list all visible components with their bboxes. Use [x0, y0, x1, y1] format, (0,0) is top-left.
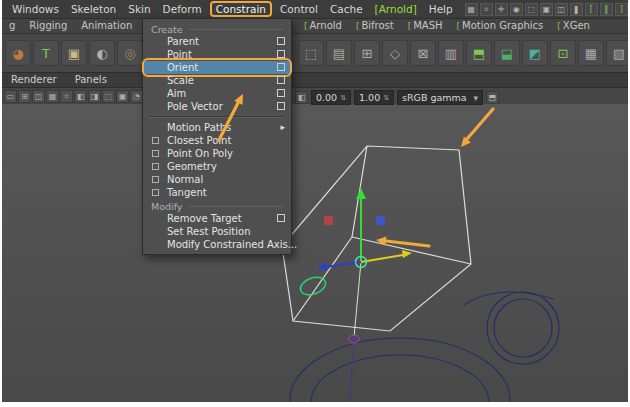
menu-control[interactable]: Control: [274, 2, 324, 16]
shelf-tab-arnold[interactable]: [Arnold: [297, 19, 349, 32]
statusline-icon[interactable]: ✛: [495, 3, 508, 16]
menu-item-scale[interactable]: Scale: [143, 74, 291, 87]
menu-item-geometry[interactable]: Geometry: [143, 160, 291, 173]
shelf-tool-icon[interactable]: ▦: [578, 40, 604, 66]
viewport-tool-icon[interactable]: ⌗: [60, 90, 73, 103]
statusline-icon[interactable]: ❚: [570, 3, 583, 16]
statusline-icon[interactable]: ]: [615, 3, 628, 16]
shelf-tool-icon[interactable]: ◐: [89, 40, 115, 66]
viewport-tool-icon[interactable]: ◨: [88, 90, 101, 103]
viewport-tool-icon[interactable]: ⬚: [102, 90, 115, 103]
tab-bracket-icon: [: [557, 21, 561, 31]
viewport-tool-icon[interactable]: ▭: [4, 90, 17, 103]
menu-deform[interactable]: Deform: [157, 2, 208, 16]
shelf-tool-icon[interactable]: ⊡: [550, 40, 576, 66]
shelf-tool-icon[interactable]: ⬒: [466, 40, 492, 66]
stepper-icon[interactable]: ⇅: [383, 94, 389, 102]
shelf-tool-icon[interactable]: ▤: [326, 40, 352, 66]
menu-item-motion-paths[interactable]: Motion Paths▸: [143, 121, 291, 134]
menu-skeleton[interactable]: Skeleton: [65, 2, 122, 16]
constraint-type-icon: [152, 189, 159, 196]
viewport-toolbar-icons: ▭⊞◫▦⌗◧◨⬚▣◔: [4, 90, 143, 103]
menu-item-tangent[interactable]: Tangent: [143, 186, 291, 199]
menu-help[interactable]: Help: [423, 2, 459, 16]
panel-menu-panels[interactable]: Panels: [66, 73, 116, 87]
caret-down-icon: ▾: [474, 93, 479, 103]
shelf-tool-icon[interactable]: ⬚: [298, 40, 324, 66]
view-transform-dropdown[interactable]: sRGB gamma ▾: [397, 90, 483, 105]
option-box[interactable]: [277, 102, 285, 110]
viewport[interactable]: [2, 104, 628, 402]
statusline-icon[interactable]: ‖: [600, 3, 613, 16]
option-box[interactable]: [277, 63, 285, 71]
statusline-icon[interactable]: ▦: [465, 3, 478, 16]
shelf-icons-right: ⬚▤⊞◇⊠▥⬒⬓◩⊡▦▧: [297, 34, 630, 66]
menu-item-modify-constrained-axis[interactable]: Modify Constrained Axis...: [143, 238, 291, 251]
shelf-tool-icon[interactable]: ⬓: [494, 40, 520, 66]
shelf-tool-icon[interactable]: ◇: [382, 40, 408, 66]
viewport-tool-icon[interactable]: ◧: [74, 90, 87, 103]
menu-item-point-on-poly[interactable]: Point On Poly: [143, 147, 291, 160]
menu-skin[interactable]: Skin: [122, 2, 156, 16]
exposure-icon[interactable]: ◧: [295, 91, 308, 104]
viewport-tool-icon[interactable]: ▣: [116, 90, 129, 103]
shelf-tab-mash[interactable]: [MASH: [401, 19, 450, 32]
option-box[interactable]: [277, 89, 285, 97]
constrain-menu-dropdown: CreateParentPointOrientScaleAimPole Vect…: [142, 18, 292, 255]
shelf-tabs-right: [Arnold[Bifrost[MASH[Motion Graphics[XGe…: [297, 19, 597, 32]
gamma-field[interactable]: 1.00 ⇅: [354, 90, 394, 105]
viewport-tool-icon[interactable]: ◫: [32, 90, 45, 103]
menubar-items: WindowsSkeletonSkinDeformConstrainContro…: [6, 1, 459, 17]
stepper-icon[interactable]: ⇅: [340, 94, 346, 102]
exposure-field[interactable]: 0.00 ⇅: [311, 90, 351, 105]
shelf-tool-icon[interactable]: ◩: [522, 40, 548, 66]
shelf-tool-icon[interactable]: ◕: [5, 40, 31, 66]
shelf-tab-label: Bifrost: [361, 20, 393, 31]
statusline-icon[interactable]: ⬚: [525, 3, 538, 16]
option-box[interactable]: [277, 50, 285, 58]
shelf-tool-icon[interactable]: ▧: [606, 40, 630, 66]
shelf-tool-icon[interactable]: T: [33, 40, 59, 66]
menu-item-pole-vector[interactable]: Pole Vector: [143, 100, 291, 113]
menu-constrain[interactable]: Constrain: [210, 1, 272, 17]
shelf-tab-g[interactable]: g: [2, 19, 22, 32]
option-box[interactable]: [277, 76, 285, 84]
shelf-tab-animation[interactable]: Animation: [74, 19, 139, 32]
menu-windows[interactable]: Windows: [6, 2, 65, 16]
menu-item-point[interactable]: Point: [143, 48, 291, 61]
menu-item-set-rest-position[interactable]: Set Rest Position: [143, 225, 291, 238]
shelf-tool-icon[interactable]: ⊞: [354, 40, 380, 66]
menu-item-closest-point[interactable]: Closest Point: [143, 134, 291, 147]
shelf: ◕T▣◐◎ ⬚▤⊞◇⊠▥⬒⬓◩⊡▦▧: [2, 33, 628, 72]
shelf-tab-motion-graphics[interactable]: [Motion Graphics: [450, 19, 551, 32]
statusline-icon[interactable]: ◫: [555, 3, 568, 16]
menu-item-parent[interactable]: Parent: [143, 35, 291, 48]
menu-item-label: Parent: [167, 36, 199, 47]
gamma-options-icon[interactable]: ⬒: [486, 91, 499, 104]
statusline-icon[interactable]: ▣: [540, 3, 553, 16]
panel-menu-renderer[interactable]: Renderer: [2, 73, 66, 87]
shelf-tab-label: MASH: [413, 20, 442, 31]
shelf-tab-xgen[interactable]: [XGen: [550, 19, 597, 32]
viewport-tool-icon[interactable]: ⊞: [18, 90, 31, 103]
shelf-tab-bifrost[interactable]: [Bifrost: [349, 19, 401, 32]
option-box[interactable]: [277, 37, 285, 45]
option-box[interactable]: [277, 214, 285, 222]
shelf-tool-icon[interactable]: ⊠: [410, 40, 436, 66]
menu-item-orient[interactable]: Orient: [143, 61, 291, 74]
menu-item-label: Point On Poly: [167, 148, 233, 159]
menu-cache[interactable]: Cache: [324, 2, 369, 16]
menu-item-remove-target[interactable]: Remove Target: [143, 212, 291, 225]
shelf-tab-rigging[interactable]: Rigging: [22, 19, 74, 32]
viewport-tool-icon[interactable]: ▦: [46, 90, 59, 103]
statusline-icon[interactable]: ⌗: [480, 3, 493, 16]
shelf-tool-icon[interactable]: ▥: [438, 40, 464, 66]
menu-item-aim[interactable]: Aim: [143, 87, 291, 100]
shelf-tool-icon[interactable]: ▣: [61, 40, 87, 66]
menu-arnold[interactable]: [Arnold]: [369, 2, 423, 16]
statusline-icon[interactable]: ◉: [510, 3, 523, 16]
tab-bracket-icon: [: [457, 21, 461, 31]
menu-item-normal[interactable]: Normal: [143, 173, 291, 186]
statusline-icon[interactable]: [: [585, 3, 598, 16]
shelf-tool-icon[interactable]: ◎: [117, 40, 143, 66]
